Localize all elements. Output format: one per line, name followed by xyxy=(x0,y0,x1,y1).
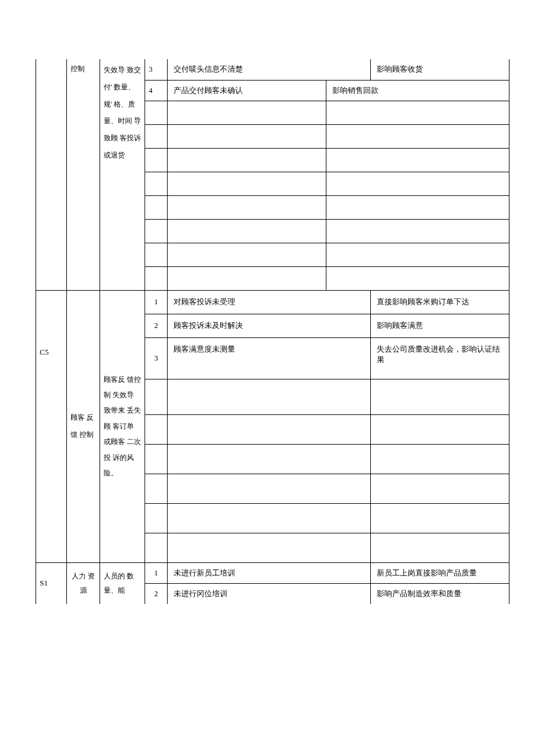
cell-issue: 顾客满意度未测量 xyxy=(168,337,371,379)
cell-empty xyxy=(168,101,326,124)
cell-empty xyxy=(145,503,168,533)
cell-empty xyxy=(326,243,509,266)
cell-empty xyxy=(145,533,168,562)
cell-issue: 未进行新员工培训 xyxy=(168,562,371,583)
cell-effect: 直接影响顾客米购订单下达 xyxy=(371,290,509,314)
cell-empty xyxy=(145,243,168,266)
cell-issue: 交付唛头信息不清楚 xyxy=(168,59,371,80)
cell-issue: 顾客投诉未及时解决 xyxy=(168,314,371,337)
cell-code: C5 xyxy=(36,290,67,414)
cell-num: 1 xyxy=(145,562,168,583)
cell-empty xyxy=(145,148,168,172)
cell-empty xyxy=(326,148,509,172)
cell-empty xyxy=(168,172,326,195)
cell-category: 控制 xyxy=(67,59,100,290)
cell-empty xyxy=(145,124,168,148)
cell-empty xyxy=(145,172,168,195)
cell-num: 2 xyxy=(145,583,168,604)
cell-num: 3 xyxy=(145,337,168,379)
cell-empty xyxy=(168,124,326,148)
cell-issue: 产品交付顾客未确认 xyxy=(168,80,326,101)
cell-num: 2 xyxy=(145,314,168,337)
cell-num: 3 xyxy=(145,59,168,80)
cell-empty xyxy=(326,219,509,243)
cell-empty xyxy=(145,195,168,219)
cell-category: 人力 资源 xyxy=(67,562,100,604)
cell-empty xyxy=(371,503,509,533)
cell-empty xyxy=(145,444,168,474)
cell-failure: 人员的 数量、能 xyxy=(100,562,145,604)
table-row: C5 顾客 反馈 控制 顾客反 馈控制 失效导 致带来 丢失顾 客订单 或顾客 … xyxy=(36,290,509,314)
cell-num: 1 xyxy=(145,290,168,314)
cell-empty xyxy=(168,266,326,290)
cell-empty xyxy=(145,379,168,414)
cell-effect: 影响顾客收货 xyxy=(371,59,509,80)
cell-empty xyxy=(371,444,509,474)
cell-num: 4 xyxy=(145,80,168,101)
risk-table: 控制 失效导 致交付' 数量、规' 格、质 量、时间 导致顾 客投诉 或退货 3… xyxy=(36,59,509,604)
cell-issue: 对顾客投诉未受理 xyxy=(168,290,371,314)
cell-empty xyxy=(168,414,371,444)
table-row: 控制 失效导 致交付' 数量、规' 格、质 量、时间 导致顾 客投诉 或退货 3… xyxy=(36,59,509,80)
cell-empty xyxy=(168,503,371,533)
cell-effect: 影响顾客满意 xyxy=(371,314,509,337)
cell-empty xyxy=(145,266,168,290)
cell-effect: 新员工上岗直接影响产品质量 xyxy=(371,562,509,583)
cell-failure: 失效导 致交付' 数量、规' 格、质 量、时间 导致顾 客投诉 或退货 xyxy=(100,59,145,290)
cell-empty xyxy=(145,101,168,124)
cell-empty xyxy=(326,266,509,290)
cell-empty xyxy=(326,101,509,124)
cell-effect: 影响销售回款 xyxy=(326,80,509,101)
cell-empty xyxy=(168,243,326,266)
cell-empty xyxy=(168,148,326,172)
cell-empty xyxy=(168,219,326,243)
table-row: S1 人力 资源 人员的 数量、能 1 未进行新员工培训 新员工上岗直接影响产品… xyxy=(36,562,509,583)
cell-empty xyxy=(168,379,371,414)
cell-issue: 未进行冈位培训 xyxy=(168,583,371,604)
cell-empty xyxy=(326,195,509,219)
cell-empty xyxy=(371,474,509,503)
cell-empty xyxy=(371,379,509,414)
cell-empty xyxy=(145,414,168,444)
cell-empty xyxy=(145,474,168,503)
cell-empty xyxy=(168,444,371,474)
cell-effect: 影响产品制造效率和质量 xyxy=(371,583,509,604)
cell-empty xyxy=(36,414,67,562)
cell-empty xyxy=(326,172,509,195)
cell-empty xyxy=(326,124,509,148)
cell-empty xyxy=(168,474,371,503)
cell-empty xyxy=(371,533,509,562)
cell-category: 顾客 反馈 控制 xyxy=(67,290,100,562)
cell-empty xyxy=(168,195,326,219)
cell-effect: 失去公司质量改进机会，影响认证结果 xyxy=(371,337,509,379)
cell-empty xyxy=(145,219,168,243)
cell-empty xyxy=(371,414,509,444)
cell-code xyxy=(36,59,67,290)
cell-code: S1 xyxy=(36,562,67,604)
cell-failure: 顾客反 馈控制 失效导 致带来 丢失顾 客订单 或顾客 二次投 诉的风 险。 xyxy=(100,290,145,562)
cell-empty xyxy=(168,533,371,562)
